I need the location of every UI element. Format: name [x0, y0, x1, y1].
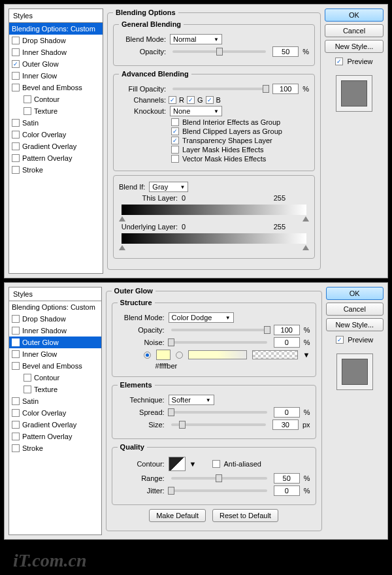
- checkbox-icon[interactable]: [12, 60, 20, 68]
- jitter-slider[interactable]: [171, 489, 267, 492]
- contour-swatch[interactable]: [169, 457, 186, 471]
- checkbox-icon[interactable]: [12, 409, 20, 417]
- checkbox-icon[interactable]: [12, 166, 20, 174]
- style-bevel-emboss[interactable]: Bevel and Emboss: [9, 360, 101, 372]
- style-outer-glow[interactable]: Outer Glow: [9, 58, 103, 70]
- slider-thumb-icon[interactable]: [216, 474, 222, 482]
- style-outer-glow[interactable]: Outer Glow: [9, 337, 101, 348]
- ok-button[interactable]: OK: [325, 8, 384, 22]
- style-inner-shadow[interactable]: Inner Shadow: [9, 325, 101, 337]
- checkbox-icon[interactable]: [171, 146, 179, 154]
- opacity-slider[interactable]: [172, 50, 266, 53]
- size-input[interactable]: 30: [272, 419, 299, 430]
- cancel-button[interactable]: Cancel: [325, 24, 384, 37]
- slider-thumb-icon[interactable]: [264, 326, 270, 334]
- style-contour[interactable]: Contour: [9, 372, 101, 384]
- checkbox-icon[interactable]: [12, 142, 20, 150]
- style-inner-glow[interactable]: Inner Glow: [9, 348, 101, 360]
- preview-checkbox[interactable]: [336, 336, 344, 344]
- style-texture[interactable]: Texture: [9, 384, 101, 395]
- style-satin[interactable]: Satin: [9, 117, 103, 129]
- checkbox-icon[interactable]: [12, 397, 20, 405]
- checkbox-icon[interactable]: [171, 137, 179, 144]
- checkbox-icon[interactable]: [12, 154, 20, 162]
- slider-handle-icon[interactable]: [302, 245, 309, 250]
- style-contour[interactable]: Contour: [9, 93, 103, 105]
- checkbox-icon[interactable]: [12, 119, 20, 127]
- new-style-button[interactable]: New Style...: [325, 40, 384, 53]
- new-style-button[interactable]: New Style...: [326, 318, 384, 331]
- checkbox-icon[interactable]: [12, 362, 20, 370]
- fill-opacity-slider[interactable]: [172, 88, 266, 90]
- checkbox-icon[interactable]: [12, 84, 20, 91]
- style-inner-glow[interactable]: Inner Glow: [9, 70, 103, 82]
- style-pattern-overlay[interactable]: Pattern Overlay: [9, 152, 103, 164]
- checkbox-icon[interactable]: [24, 107, 31, 115]
- reset-default-button[interactable]: Reset to Default: [212, 509, 278, 522]
- checkbox-icon[interactable]: [24, 374, 31, 382]
- slider-handle-icon[interactable]: [302, 216, 309, 222]
- this-layer-gradient[interactable]: [122, 205, 306, 215]
- style-color-overlay[interactable]: Color Overlay: [9, 129, 103, 140]
- style-blending-options[interactable]: Blending Options: Custom: [9, 301, 101, 313]
- style-gradient-overlay[interactable]: Gradient Overlay: [9, 140, 103, 152]
- noise-input[interactable]: 0: [274, 337, 300, 348]
- blend-mode-select[interactable]: Normal▼: [170, 34, 222, 44]
- checkbox-icon[interactable]: [171, 127, 179, 135]
- checkbox-icon[interactable]: [12, 37, 20, 44]
- opacity-slider[interactable]: [171, 329, 267, 331]
- style-stroke[interactable]: Stroke: [9, 164, 103, 176]
- size-slider[interactable]: [171, 423, 266, 426]
- technique-select[interactable]: Softer▼: [169, 395, 214, 405]
- style-satin[interactable]: Satin: [9, 395, 101, 407]
- checkbox-icon[interactable]: [24, 386, 31, 393]
- channel-r-checkbox[interactable]: [169, 96, 176, 104]
- checkbox-icon[interactable]: [12, 315, 20, 323]
- gradient-swatch[interactable]: [188, 350, 247, 359]
- checkbox-icon[interactable]: [12, 350, 20, 358]
- fill-opacity-input[interactable]: 100: [272, 84, 299, 94]
- checkbox-icon[interactable]: [12, 433, 20, 440]
- knockout-select[interactable]: None▼: [170, 106, 222, 116]
- slider-handle-icon[interactable]: [119, 245, 125, 250]
- slider-thumb-icon[interactable]: [216, 48, 223, 56]
- channel-g-checkbox[interactable]: [187, 96, 195, 104]
- blend-mode-select[interactable]: Color Dodge▼: [169, 312, 234, 323]
- channel-b-checkbox[interactable]: [206, 96, 214, 104]
- checkbox-icon[interactable]: [12, 421, 20, 429]
- opacity-input[interactable]: 100: [274, 325, 300, 335]
- style-inner-shadow[interactable]: Inner Shadow: [9, 46, 103, 58]
- underlying-layer-gradient[interactable]: [122, 233, 306, 244]
- range-input[interactable]: 50: [274, 473, 300, 484]
- noise-slider[interactable]: [171, 341, 267, 344]
- range-slider[interactable]: [171, 477, 267, 480]
- slider-thumb-icon[interactable]: [179, 421, 186, 429]
- gradient-radio[interactable]: [176, 352, 183, 359]
- spread-slider[interactable]: [171, 411, 267, 414]
- checkbox-icon[interactable]: [171, 118, 179, 126]
- make-default-button[interactable]: Make Default: [149, 509, 206, 522]
- style-blending-options[interactable]: Blending Options: Custom: [9, 23, 103, 35]
- style-color-overlay[interactable]: Color Overlay: [9, 407, 101, 419]
- jitter-input[interactable]: 0: [274, 485, 300, 496]
- checkbox-icon[interactable]: [12, 444, 20, 452]
- slider-thumb-icon[interactable]: [168, 487, 174, 495]
- anti-aliased-checkbox[interactable]: [212, 460, 220, 468]
- color-swatch[interactable]: [156, 350, 171, 360]
- style-bevel-emboss[interactable]: Bevel and Emboss: [9, 82, 103, 93]
- checkbox-icon[interactable]: [171, 155, 179, 163]
- style-stroke[interactable]: Stroke: [9, 442, 101, 454]
- slider-thumb-icon[interactable]: [168, 408, 174, 416]
- checkbox-icon[interactable]: [12, 72, 20, 80]
- style-gradient-overlay[interactable]: Gradient Overlay: [9, 419, 101, 431]
- slider-thumb-icon[interactable]: [168, 338, 174, 346]
- opacity-input[interactable]: 50: [272, 46, 299, 57]
- checkbox-icon[interactable]: [24, 95, 31, 103]
- checkbox-icon[interactable]: [12, 131, 20, 139]
- chevron-down-icon[interactable]: ▼: [189, 460, 197, 468]
- ok-button[interactable]: OK: [326, 287, 384, 300]
- preview-checkbox[interactable]: [335, 58, 343, 65]
- slider-thumb-icon[interactable]: [263, 85, 269, 93]
- style-texture[interactable]: Texture: [9, 105, 103, 117]
- spread-input[interactable]: 0: [274, 407, 300, 418]
